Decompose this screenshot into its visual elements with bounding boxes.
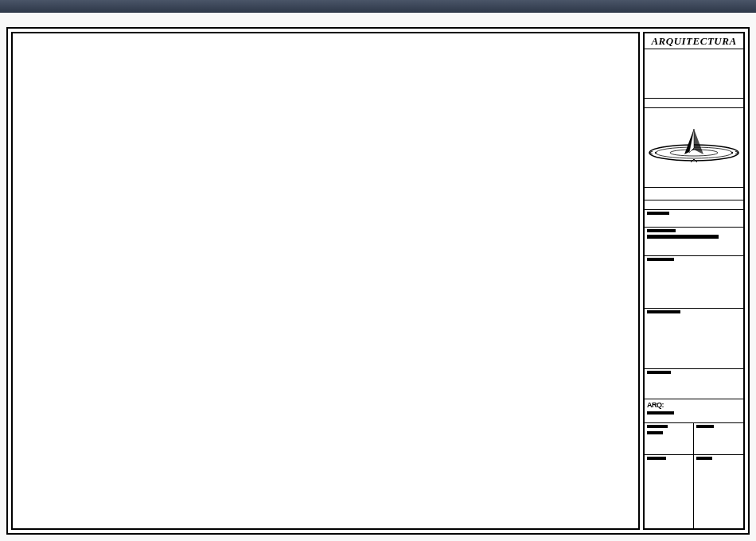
cad-canvas[interactable]: ARQUITECTURA — [0, 13, 756, 541]
field-5-label — [647, 371, 671, 374]
titleblock-row-1 — [645, 99, 743, 108]
field-2-value — [647, 235, 719, 239]
titleblock-field-1 — [645, 210, 743, 228]
titleblock-field-4 — [645, 309, 743, 369]
titleblock-split-2 — [645, 455, 743, 528]
field-4-label — [647, 310, 680, 313]
titleblock-feature-row — [645, 188, 743, 200]
titleblock-field-5 — [645, 369, 743, 399]
drawing-area[interactable] — [11, 32, 640, 530]
svg-point-7 — [731, 151, 733, 153]
titleblock-header: ARQUITECTURA — [645, 33, 743, 49]
field-3-label — [647, 258, 674, 261]
titleblock: ARQUITECTURA — [643, 32, 745, 530]
split-2-left — [645, 455, 694, 528]
split-1-right — [694, 423, 743, 454]
sheet-border-inner: ARQUITECTURA — [11, 32, 745, 530]
architect-label: ARQ: — [647, 401, 664, 409]
split-1-left — [645, 423, 694, 454]
svg-marker-4 — [694, 129, 703, 154]
titleblock-field-3 — [645, 256, 743, 309]
split-2-right — [694, 455, 743, 528]
titleblock-field-2 — [645, 228, 743, 256]
titleblock-project-box — [645, 49, 743, 99]
sheet-border-outer: ARQUITECTURA — [6, 27, 750, 535]
titleblock-architect: ARQ: — [645, 399, 743, 423]
north-arrow-icon — [645, 126, 743, 170]
titleblock-compass-box — [645, 108, 743, 188]
titleblock-split-1 — [645, 423, 743, 455]
svg-point-2 — [670, 150, 718, 156]
field-2-label — [647, 229, 676, 232]
window-titlebar — [0, 0, 756, 13]
svg-point-6 — [655, 151, 657, 153]
titleblock-row-2 — [645, 200, 743, 210]
field-1-label — [647, 212, 669, 215]
